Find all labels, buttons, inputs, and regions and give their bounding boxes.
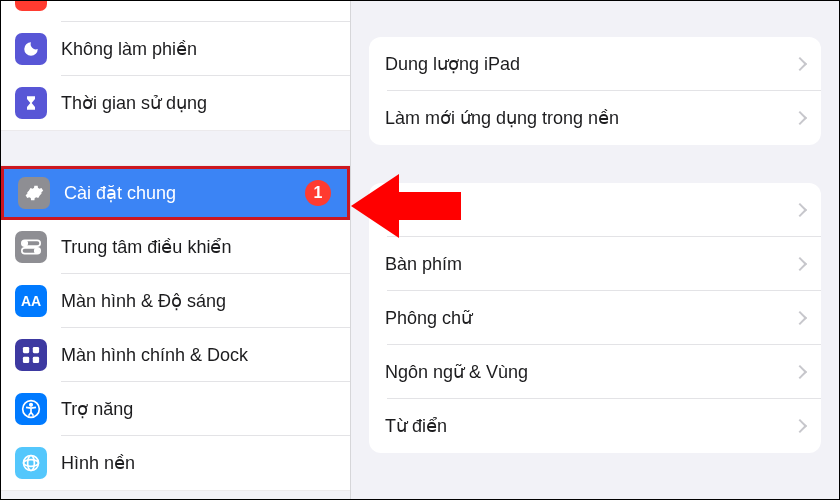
detail-item-keyboard[interactable]: Bàn phím: [369, 237, 821, 291]
detail-group-storage: Dung lượng iPad Làm mới ứng dụng trong n…: [369, 37, 821, 145]
sidebar-item-label: Trung tâm điều khiển: [61, 236, 231, 258]
svg-rect-6: [23, 357, 29, 363]
sidebar-item-label: Thời gian sử dụng: [61, 92, 207, 114]
sidebar-item-accessibility[interactable]: Trợ năng: [1, 382, 350, 436]
detail-item-background-refresh[interactable]: Làm mới ứng dụng trong nền: [369, 91, 821, 145]
general-detail-pane: Dung lượng iPad Làm mới ứng dụng trong n…: [351, 1, 839, 499]
sidebar-item-label: Màn hình & Độ sáng: [61, 290, 226, 312]
detail-item-label: Dung lượng iPad: [385, 53, 520, 75]
hourglass-icon: [15, 87, 47, 119]
detail-item-label: Ngôn ngữ & Vùng: [385, 361, 528, 383]
sidebar-item-control-center[interactable]: Trung tâm điều khiển: [1, 220, 350, 274]
svg-point-9: [30, 404, 33, 407]
chevron-right-icon: [793, 57, 807, 71]
accessibility-icon: [15, 393, 47, 425]
sidebar-item-label: Hình nền: [61, 452, 135, 474]
svg-point-10: [24, 456, 39, 471]
moon-icon: [15, 33, 47, 65]
sidebar-item-wallpaper[interactable]: Hình nền: [1, 436, 350, 490]
detail-item-dictionary[interactable]: Từ điển: [369, 399, 821, 453]
chevron-right-icon: [793, 365, 807, 379]
sidebar-item-home-dock[interactable]: Màn hình chính & Dock: [1, 328, 350, 382]
sidebar-item-label: Không làm phiền: [61, 38, 197, 60]
detail-item-language-region[interactable]: Ngôn ngữ & Vùng: [369, 345, 821, 399]
svg-rect-7: [33, 357, 39, 363]
toggles-icon: [15, 231, 47, 263]
detail-item-label: Phông chữ: [385, 307, 472, 329]
svg-point-12: [28, 456, 35, 471]
sidebar-item-label: Âm thanh: [61, 1, 138, 6]
sidebar-item-sound[interactable]: Âm thanh: [1, 1, 350, 22]
detail-group-locale: ờ Bàn phím Phông chữ Ngôn ngữ & Vùng Từ …: [369, 183, 821, 453]
svg-point-1: [23, 241, 27, 245]
settings-sidebar: Âm thanh Không làm phiền Thời gian sử dụ…: [1, 1, 351, 499]
detail-item-label: Bàn phím: [385, 254, 462, 275]
gear-icon: [18, 177, 50, 209]
home-dock-icon: [15, 339, 47, 371]
detail-item-storage[interactable]: Dung lượng iPad: [369, 37, 821, 91]
chevron-right-icon: [793, 419, 807, 433]
sidebar-item-screentime[interactable]: Thời gian sử dụng: [1, 76, 350, 130]
sidebar-item-label: Trợ năng: [61, 398, 133, 420]
notification-badge: 1: [305, 180, 331, 206]
sidebar-group-1: Âm thanh Không làm phiền Thời gian sử dụ…: [1, 1, 350, 131]
detail-item-date-time[interactable]: ờ: [369, 183, 821, 237]
svg-point-11: [24, 460, 39, 467]
display-icon: AA: [15, 285, 47, 317]
svg-rect-4: [23, 347, 29, 353]
detail-item-fonts[interactable]: Phông chữ: [369, 291, 821, 345]
svg-point-3: [35, 249, 39, 253]
wallpaper-icon: [15, 447, 47, 479]
sidebar-item-label: Cài đặt chung: [64, 182, 176, 204]
svg-rect-5: [33, 347, 39, 353]
sidebar-item-label: Màn hình chính & Dock: [61, 345, 248, 366]
sound-icon: [15, 1, 47, 11]
chevron-right-icon: [793, 111, 807, 125]
detail-item-label: Làm mới ứng dụng trong nền: [385, 107, 619, 129]
sidebar-item-display[interactable]: AA Màn hình & Độ sáng: [1, 274, 350, 328]
sidebar-item-general[interactable]: Cài đặt chung 1: [1, 166, 350, 220]
detail-item-label: Từ điển: [385, 415, 447, 437]
chevron-right-icon: [793, 311, 807, 325]
chevron-right-icon: [793, 257, 807, 271]
sidebar-item-dnd[interactable]: Không làm phiền: [1, 22, 350, 76]
chevron-right-icon: [793, 203, 807, 217]
detail-item-label: ờ: [385, 199, 432, 221]
sidebar-group-2: Cài đặt chung 1 Trung tâm điều khiển AA …: [1, 165, 350, 491]
